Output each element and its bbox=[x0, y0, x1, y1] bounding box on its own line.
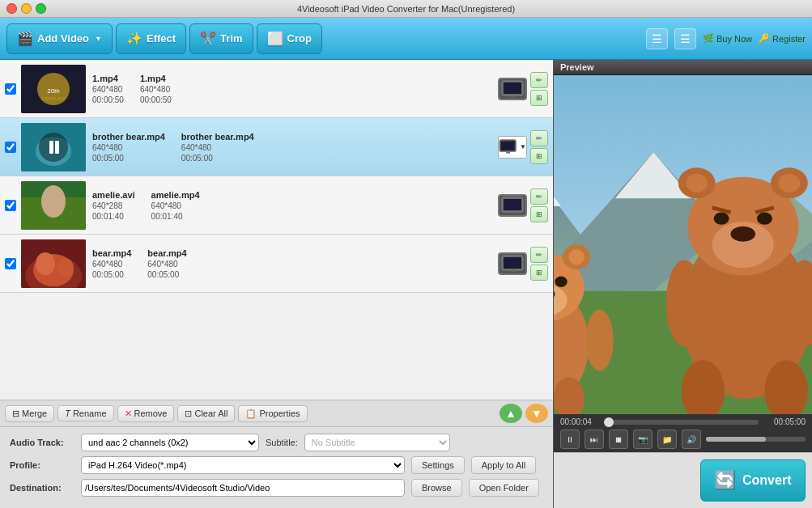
resize-icon-3[interactable]: ⊞ bbox=[530, 206, 548, 222]
browse-button[interactable]: Browse bbox=[411, 479, 462, 497]
close-button[interactable] bbox=[6, 3, 17, 14]
destination-row: Destination: Browse Open Folder bbox=[10, 479, 543, 497]
destination-input[interactable] bbox=[81, 479, 405, 497]
bottom-toolbar: ⊟ Merge T Rename ✕ Remove ⊡ Clear All 📋 … bbox=[0, 400, 553, 426]
trim-icon: ✂️ bbox=[200, 31, 216, 46]
file-source-col-3: amelie.avi 640*288 00:01:40 bbox=[92, 190, 135, 221]
file-source-col-2: brother bear.mp4 640*480 00:05:00 bbox=[92, 132, 165, 163]
remove-button[interactable]: ✕ Remove bbox=[117, 405, 175, 422]
file-item-3[interactable]: amelie.avi 640*288 00:01:40 amelie.mp4 6… bbox=[0, 176, 553, 235]
move-up-button[interactable]: ▲ bbox=[500, 404, 522, 423]
device-icon-3[interactable] bbox=[498, 194, 527, 217]
file-thumbnail-1: 20th CENTURY bbox=[21, 65, 86, 113]
svg-point-48 bbox=[731, 226, 755, 242]
effect-button[interactable]: ✨ Effect bbox=[116, 23, 186, 54]
svg-point-44 bbox=[714, 213, 729, 225]
audio-track-label: Audio Track: bbox=[10, 438, 74, 447]
svg-text:CENTURY: CENTURY bbox=[42, 96, 66, 101]
file-checkbox-1[interactable] bbox=[5, 83, 16, 95]
apply-to-all-button[interactable]: Apply to All bbox=[471, 456, 536, 474]
add-video-icon: 🎬 bbox=[17, 31, 33, 46]
clear-all-button[interactable]: ⊡ Clear All bbox=[177, 405, 235, 422]
right-panel: Preview bbox=[553, 60, 812, 508]
maximize-button[interactable] bbox=[36, 3, 46, 14]
edit-icon-3[interactable]: ✏ bbox=[530, 188, 548, 205]
buy-now-button[interactable]: 🌿 Buy Now bbox=[703, 33, 752, 44]
settings-button[interactable]: Settings bbox=[411, 456, 465, 474]
volume-button[interactable]: 🔊 bbox=[682, 430, 701, 449]
file-item-playing[interactable]: brother bear.mp4 640*480 00:05:00 brothe… bbox=[0, 118, 553, 176]
file-item-4[interactable]: bear.mp4 640*480 00:05:00 bear.mp4 640*4… bbox=[0, 235, 553, 293]
svg-rect-6 bbox=[510, 95, 515, 97]
merge-button[interactable]: ⊟ Merge bbox=[5, 405, 54, 422]
resize-icon-4[interactable]: ⊞ bbox=[530, 265, 548, 281]
video-controls: 00:00:04 00:05:00 ⏸ ⏭ ⏹ 📷 📁 🔊 bbox=[554, 414, 812, 452]
snapshot-button[interactable]: 📷 bbox=[633, 430, 653, 449]
device-dropdown-2[interactable]: ▼ bbox=[498, 136, 527, 159]
svg-rect-13 bbox=[501, 141, 515, 150]
rename-button[interactable]: T Rename bbox=[57, 405, 113, 421]
svg-rect-19 bbox=[504, 199, 521, 210]
open-folder-button[interactable]: Open Folder bbox=[469, 479, 539, 497]
file-item[interactable]: 20th CENTURY 1.mp4 640*480 00:00:50 1.mp… bbox=[0, 60, 553, 118]
svg-point-45 bbox=[757, 213, 772, 225]
stop-button[interactable]: ⏹ bbox=[609, 430, 628, 449]
svg-point-58 bbox=[569, 249, 585, 265]
file-checkbox-4[interactable] bbox=[5, 258, 16, 269]
profile-select[interactable]: iPad H.264 Video(*.mp4) bbox=[81, 456, 405, 474]
convert-refresh-icon: 🔄 bbox=[714, 470, 736, 491]
crop-icon: ⬜ bbox=[267, 31, 283, 46]
move-down-button[interactable]: ▼ bbox=[525, 404, 548, 423]
edit-icon-1[interactable]: ✏ bbox=[530, 72, 548, 88]
file-thumbnail-4 bbox=[21, 239, 86, 288]
pause-button[interactable]: ⏸ bbox=[560, 430, 580, 449]
file-list[interactable]: 20th CENTURY 1.mp4 640*480 00:00:50 1.mp… bbox=[0, 60, 553, 400]
action-icons-1: ✏ ⊞ bbox=[530, 72, 548, 106]
edit-icon-4[interactable]: ✏ bbox=[530, 247, 548, 263]
current-time: 00:00:04 bbox=[560, 417, 602, 426]
file-actions-4: ✏ ⊞ bbox=[498, 247, 548, 281]
convert-button[interactable]: 🔄 Convert bbox=[700, 459, 806, 502]
main-content: 20th CENTURY 1.mp4 640*480 00:00:50 1.mp… bbox=[0, 60, 812, 508]
volume-bar[interactable] bbox=[706, 437, 806, 442]
properties-button[interactable]: 📋 Properties bbox=[238, 405, 307, 422]
progress-bar[interactable] bbox=[607, 420, 759, 425]
remove-icon: ✕ bbox=[125, 409, 132, 419]
file-info-1: 1.mp4 640*480 00:00:50 1.mp4 640*480 00:… bbox=[92, 74, 491, 104]
resize-icon-2[interactable]: ⊞ bbox=[530, 148, 548, 164]
file-thumbnail-3 bbox=[21, 181, 86, 230]
register-button[interactable]: 🔑 Register bbox=[759, 33, 806, 44]
list-view-compact-button[interactable]: ☰ bbox=[646, 28, 668, 49]
effect-icon: ✨ bbox=[126, 31, 142, 46]
file-info-2: brother bear.mp4 640*480 00:05:00 brothe… bbox=[92, 132, 491, 163]
file-checkbox-2[interactable] bbox=[5, 142, 16, 153]
file-source-col-4: bear.mp4 640*480 00:05:00 bbox=[92, 248, 131, 279]
file-checkbox-3[interactable] bbox=[5, 200, 16, 211]
edit-icon-2[interactable]: ✏ bbox=[530, 130, 548, 146]
subtitle-select[interactable]: No Subtitle bbox=[304, 434, 450, 451]
file-info-4: bear.mp4 640*480 00:05:00 bear.mp4 640*4… bbox=[92, 248, 491, 279]
device-icon-4[interactable] bbox=[498, 252, 527, 275]
audio-track-row: Audio Track: und aac 2 channels (0x2) Su… bbox=[10, 434, 543, 451]
add-video-button[interactable]: 🎬 Add Video ▼ bbox=[6, 23, 113, 54]
file-output-col: 1.mp4 640*480 00:00:50 bbox=[140, 74, 172, 104]
audio-track-select[interactable]: und aac 2 channels (0x2) bbox=[81, 434, 259, 451]
dropdown-arrow-icon: ▼ bbox=[95, 35, 102, 43]
svg-rect-27 bbox=[504, 257, 521, 269]
step-forward-button[interactable]: ⏭ bbox=[585, 430, 604, 449]
preview-label: Preview bbox=[554, 60, 812, 75]
action-icons-3: ✏ ⊞ bbox=[530, 188, 548, 222]
resize-icon-1[interactable]: ⊞ bbox=[530, 90, 548, 106]
merge-icon: ⊟ bbox=[12, 409, 19, 419]
window-controls[interactable] bbox=[6, 3, 46, 14]
trim-button[interactable]: ✂️ Trim bbox=[189, 23, 253, 54]
device-icon-1[interactable] bbox=[498, 78, 527, 100]
file-output-col-4: bear.mp4 640*480 00:05:00 bbox=[147, 248, 186, 279]
convert-section: 🔄 Convert bbox=[554, 452, 812, 508]
minimize-button[interactable] bbox=[21, 3, 32, 14]
folder-button[interactable]: 📁 bbox=[657, 430, 677, 449]
crop-button[interactable]: ⬜ Crop bbox=[257, 23, 322, 54]
destination-label: Destination: bbox=[10, 483, 74, 493]
file-output-col-3: amelie.mp4 640*480 00:01:40 bbox=[151, 190, 200, 221]
list-view-detail-button[interactable]: ☰ bbox=[674, 28, 696, 49]
